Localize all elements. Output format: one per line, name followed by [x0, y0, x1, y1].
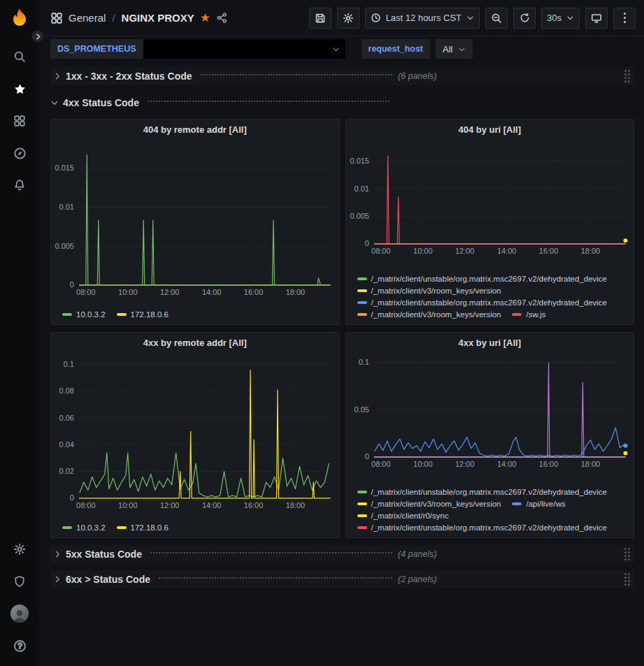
chevron-down-icon: [50, 99, 59, 107]
panel-title[interactable]: 404 by uri [All]: [346, 120, 634, 139]
legend-series-marker: [117, 313, 127, 316]
panel-title[interactable]: 4xx by uri [All]: [346, 333, 634, 352]
sidebar-item-explore[interactable]: [0, 137, 39, 169]
sidebar-item-starred[interactable]: [0, 73, 39, 105]
sidebar-item-help[interactable]: ?: [0, 630, 39, 662]
clock-icon: [371, 13, 381, 23]
row-panel-count: (6 panels): [398, 71, 437, 81]
share-icon[interactable]: [216, 12, 228, 24]
legend-series-marker: [357, 502, 367, 505]
bell-icon: [13, 179, 26, 191]
timeseries-chart[interactable]: 00.050.108:0010:0012:0014:0016:0018:00: [346, 352, 634, 470]
sidebar-item-dashboards[interactable]: [0, 105, 39, 137]
legend-item: /_matrix/client/unstable/org.matrix.msc2…: [357, 488, 608, 496]
legend-series-marker: [357, 277, 367, 280]
panel-title[interactable]: 404 by remote addr [All]: [51, 120, 339, 139]
chart-legend: 10.0.3.2172.18.0.6: [51, 522, 339, 537]
row-header-4xx[interactable]: 4xx Status Code: [50, 94, 634, 112]
dashboard-settings-button[interactable]: [337, 8, 359, 29]
row-title: 5xx Status Code: [66, 549, 142, 560]
legend-series-label[interactable]: /_matrix/client/v3/room_keys/version: [371, 310, 501, 319]
more-options-button[interactable]: [613, 8, 636, 29]
sidebar-item-profile[interactable]: [0, 598, 39, 630]
svg-text:0.1: 0.1: [358, 358, 368, 366]
row-drag-handle[interactable]: [624, 573, 630, 586]
legend-series-label[interactable]: /_matrix/client/r0/sync: [371, 512, 449, 520]
legend-item: /api/live/ws: [512, 500, 565, 508]
chevron-down-icon: [458, 45, 466, 53]
row-drag-handle[interactable]: [624, 70, 630, 82]
sidebar-item-alerting[interactable]: [0, 169, 39, 201]
legend-series-label[interactable]: /_matrix/client/v3/room_keys/version: [371, 287, 501, 295]
legend-series-label[interactable]: /_matrix/client/unstable/org.matrix.msc2…: [371, 488, 608, 496]
svg-text:16:00: 16:00: [244, 288, 263, 296]
row-header-1xx[interactable]: 1xx - 3xx - 2xx Status Code (6 panels): [50, 67, 634, 85]
row-drag-handle[interactable]: [624, 548, 630, 560]
save-dashboard-button[interactable]: [309, 8, 331, 29]
row-dotted-leader: [148, 101, 389, 102]
svg-text:0.08: 0.08: [59, 386, 74, 395]
svg-text:10:00: 10:00: [118, 288, 137, 296]
svg-text:12:00: 12:00: [455, 247, 473, 255]
legend-item: 10.0.3.2: [62, 310, 106, 319]
legend-series-label[interactable]: 10.0.3.2: [76, 523, 106, 532]
legend-series-label[interactable]: 172.18.0.6: [131, 523, 169, 532]
legend-item: /_matrix/client/unstable/org.matrix.msc2…: [357, 275, 608, 283]
sidebar-item-configuration[interactable]: [0, 533, 39, 565]
zoom-out-button[interactable]: [485, 8, 508, 29]
legend-series-label[interactable]: /sw.js: [526, 310, 545, 319]
legend-series-label[interactable]: /_matrix/client/unstable/org.matrix.msc2…: [371, 275, 608, 283]
legend-series-label[interactable]: /_matrix/client/unstable/org.matrix.msc2…: [371, 298, 608, 307]
legend-series-marker: [357, 491, 367, 493]
legend-series-label[interactable]: 10.0.3.2: [76, 310, 106, 319]
svg-text:14:00: 14:00: [202, 288, 221, 296]
refresh-button[interactable]: [513, 8, 536, 29]
panel-grid: 404 by remote addr [All] 00.0050.010.015…: [50, 119, 634, 538]
tv-mode-button[interactable]: [585, 8, 608, 29]
sidebar: ?: [0, 0, 39, 666]
chart-legend: 10.0.3.2172.18.0.6: [51, 309, 339, 324]
svg-text:0.005: 0.005: [350, 212, 368, 220]
save-icon: [315, 13, 326, 24]
legend-series-marker: [117, 526, 127, 529]
row-header-6xx[interactable]: 6xx > Status Code (2 panels): [50, 570, 634, 588]
sidebar-expand-toggle[interactable]: [31, 30, 44, 43]
row-panel-count: (2 panels): [398, 574, 437, 584]
legend-series-marker: [357, 301, 367, 304]
panel-4xx-by-remote-addr: 4xx by remote addr [All] 00.020.040.060.…: [50, 332, 340, 538]
timeseries-chart[interactable]: 00.0050.010.01508:0010:0012:0014:0016:00…: [51, 139, 339, 298]
legend-item: /_matrix/client/unstable/org.matrix.msc2…: [357, 298, 608, 307]
svg-text:16:00: 16:00: [538, 460, 557, 468]
svg-text:16:00: 16:00: [538, 247, 557, 255]
refresh-interval-picker[interactable]: 30s: [541, 8, 580, 29]
legend-series-label[interactable]: /api/live/ws: [526, 500, 565, 508]
grafana-logo[interactable]: [8, 7, 31, 31]
time-range-label: Last 12 hours CST: [386, 13, 461, 23]
monitor-icon: [591, 13, 602, 24]
sidebar-bottom: ?: [0, 533, 39, 662]
timeseries-chart[interactable]: 00.0050.010.01508:0010:0012:0014:0016:00…: [346, 139, 634, 256]
star-icon: [13, 82, 27, 96]
kebab-menu-icon: [624, 13, 626, 23]
sidebar-item-server-admin[interactable]: [0, 565, 39, 598]
legend-series-label[interactable]: /_matrix/client/v3/room_keys/version: [371, 500, 501, 508]
legend-series-label[interactable]: 172.18.0.6: [131, 310, 169, 319]
svg-text:0.01: 0.01: [59, 203, 74, 211]
row-dotted-leader: [150, 552, 392, 553]
chevron-down-icon: [466, 14, 474, 22]
svg-text:0.06: 0.06: [59, 414, 74, 422]
legend-series-label[interactable]: /_matrix/client/unstable/org.matrix.msc2…: [371, 523, 608, 532]
favorite-star-icon[interactable]: ★: [200, 12, 210, 24]
row-title: 4xx Status Code: [63, 97, 139, 108]
request-host-variable-picker[interactable]: All: [436, 39, 473, 59]
row-dotted-leader: [201, 74, 392, 75]
panel-title[interactable]: 4xx by remote addr [All]: [51, 333, 339, 352]
legend-series-marker: [62, 313, 72, 316]
sidebar-item-search[interactable]: [0, 41, 39, 73]
timeseries-chart[interactable]: 00.020.040.060.080.108:0010:0012:0014:00…: [51, 352, 339, 511]
row-header-5xx[interactable]: 5xx Status Code (4 panels): [50, 545, 634, 563]
breadcrumb-folder[interactable]: General: [69, 12, 106, 24]
time-range-picker[interactable]: Last 12 hours CST: [365, 8, 480, 29]
datasource-variable-picker[interactable]: [143, 39, 345, 59]
chevron-down-icon: [566, 14, 574, 22]
